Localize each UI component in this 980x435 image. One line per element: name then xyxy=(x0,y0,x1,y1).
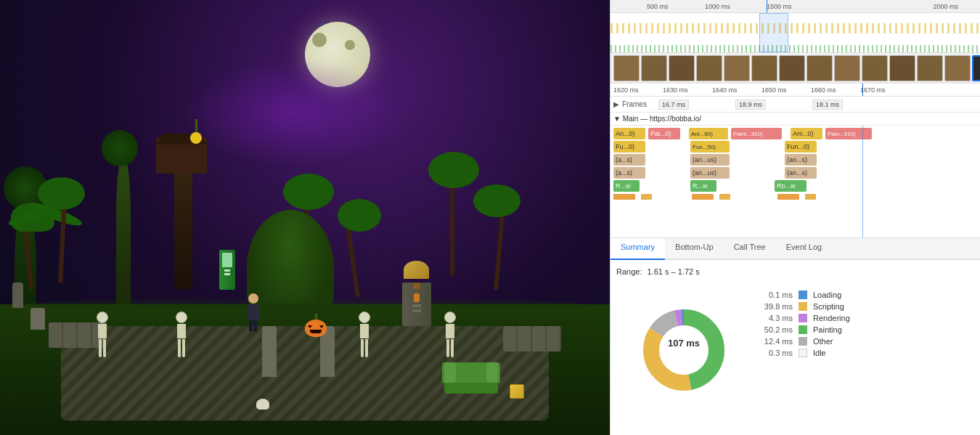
thumbnail[interactable] xyxy=(862,55,888,81)
flame-block[interactable]: Fun...50) xyxy=(690,141,730,153)
frame-1-ms: 16.7 ms xyxy=(662,101,685,108)
main-thread-text: ▼ Main — https://bobba.io/ xyxy=(613,115,701,123)
legend-row-loading: 0.1 ms Loading xyxy=(760,290,968,299)
flame-block[interactable]: (a...s) xyxy=(613,154,645,166)
donut-chart: 107 ms xyxy=(622,277,746,401)
flame-block[interactable]: (a...s) xyxy=(613,167,645,179)
thumbnails-row xyxy=(611,53,980,84)
overview-bar xyxy=(611,13,980,53)
time-label-1500: 1500 ms xyxy=(767,3,792,10)
legend-label-scripting: Scripting xyxy=(813,302,844,311)
flame-block[interactable]: (an...us) xyxy=(690,167,730,179)
thumbnail[interactable] xyxy=(834,55,860,81)
legend-ms-painting: 50.2 ms xyxy=(760,325,793,334)
frame-3-ms: 18.1 ms xyxy=(816,101,839,108)
thumbnail[interactable] xyxy=(779,55,805,81)
tab-event-log[interactable]: Event Log xyxy=(776,238,833,260)
thumbnail[interactable] xyxy=(751,55,777,81)
moon xyxy=(305,22,370,87)
legend-label-other: Other xyxy=(813,337,833,346)
svg-rect-2 xyxy=(611,13,980,33)
flame-chart: An...0) Pai...0) Ani...60) Paint...910) … xyxy=(611,126,980,238)
flame-block[interactable]: Ani...0) xyxy=(791,128,822,139)
legend-color-idle xyxy=(799,349,807,357)
flame-block[interactable]: (an...us) xyxy=(690,154,730,166)
flame-block[interactable]: R...w xyxy=(613,180,640,192)
flame-row-5: R...w R...w Ro...w xyxy=(611,179,980,192)
legend-label-idle: Idle xyxy=(813,349,826,357)
flame-row-3: (a...s) (an...us) (an...s) xyxy=(611,153,980,166)
flame-block[interactable]: Pain...910) xyxy=(825,128,872,139)
legend-ms-idle: 0.3 ms xyxy=(760,349,793,357)
flame-block[interactable]: Ani...60) xyxy=(689,128,728,139)
thumbnail[interactable] xyxy=(696,55,722,81)
range-value: 1.61 s – 1.72 s xyxy=(648,267,700,276)
thumbnail[interactable] xyxy=(724,55,750,81)
legend-row-rendering: 4.3 ms Rendering xyxy=(760,314,968,322)
legend: 0.1 ms Loading 39.8 ms Scripting 4.3 ms … xyxy=(760,269,968,426)
thumbnail[interactable] xyxy=(669,55,695,81)
legend-row-idle: 0.3 ms Idle xyxy=(760,349,968,357)
legend-ms-rendering: 4.3 ms xyxy=(760,314,793,322)
donut-center-label: 107 ms xyxy=(668,338,700,349)
flame-block[interactable]: Fun...0) xyxy=(785,141,817,153)
thumbnail[interactable] xyxy=(807,55,833,81)
legend-color-loading xyxy=(799,290,807,299)
tab-summary[interactable]: Summary xyxy=(611,238,665,260)
thumbnail[interactable] xyxy=(944,55,971,81)
thumbnail[interactable] xyxy=(889,55,915,81)
range-label-text: Range: xyxy=(616,267,642,276)
flame-block[interactable]: R...w xyxy=(690,180,716,192)
thumbnail[interactable] xyxy=(613,55,640,81)
donut-svg xyxy=(633,299,735,401)
tab-bottom-up[interactable]: Bottom-Up xyxy=(665,238,724,260)
time-label-2000: 2000 ms xyxy=(933,3,958,10)
flame-block[interactable]: Fu...0) xyxy=(613,141,645,153)
flame-block[interactable]: (an...s) xyxy=(785,154,817,166)
flame-row-6 xyxy=(611,192,980,201)
frames-row: ▶ Frames 16.7 ms 18.9 ms 18.1 ms xyxy=(611,97,980,113)
detail-label-1650: 1650 ms xyxy=(761,86,787,94)
detail-ruler: 1620 ms 1630 ms 1640 ms 1650 ms 1660 ms … xyxy=(611,84,980,97)
legend-label-loading: Loading xyxy=(813,290,841,299)
range-label: Range: 1.61 s – 1.72 s xyxy=(616,267,700,276)
game-panel xyxy=(0,0,610,435)
summary-content: Range: 1.61 s – 1.72 s xyxy=(611,260,980,435)
expand-icon[interactable]: ▶ xyxy=(613,100,619,108)
detail-label-1630: 1630 ms xyxy=(663,86,688,94)
thumbnail-active[interactable] xyxy=(972,55,980,81)
legend-color-other xyxy=(799,337,807,346)
time-label-500: 500 ms xyxy=(647,3,669,10)
legend-ms-other: 12.4 ms xyxy=(760,337,793,346)
frame-block-1: 16.7 ms xyxy=(658,99,689,110)
flame-row-2: Fu...0) Fun...50) Fun...0) xyxy=(611,140,980,153)
frame-block-3: 18.1 ms xyxy=(812,99,843,110)
time-label-1000: 1000 ms xyxy=(705,3,730,10)
frames-label-text: Frames xyxy=(622,100,647,108)
flame-row-4: (a...s) (an...us) (an...s) xyxy=(611,166,980,179)
flame-block[interactable]: Ro...w xyxy=(775,180,807,192)
legend-color-painting xyxy=(799,325,807,334)
flame-row-1: An...0) Pai...0) Ani...60) Paint...910) … xyxy=(611,127,980,140)
legend-label-painting: Painting xyxy=(813,325,842,334)
flame-block[interactable]: Pai...0) xyxy=(648,128,680,139)
bottom-tabs: Summary Bottom-Up Call Tree Event Log xyxy=(611,238,980,260)
thumbnail[interactable] xyxy=(917,55,943,81)
detail-label-1640: 1640 ms xyxy=(712,86,738,94)
thumbnail[interactable] xyxy=(641,55,667,81)
flame-block[interactable]: (an...s) xyxy=(785,167,817,179)
detail-label-1660: 1660 ms xyxy=(811,86,836,94)
tab-call-tree[interactable]: Call Tree xyxy=(724,238,776,260)
legend-label-rendering: Rendering xyxy=(813,314,850,322)
legend-row-other: 12.4 ms Other xyxy=(760,337,968,346)
legend-row-painting: 50.2 ms Painting xyxy=(760,325,968,334)
legend-ms-loading: 0.1 ms xyxy=(760,290,793,299)
detail-label-1620: 1620 ms xyxy=(613,86,639,94)
flame-block[interactable]: An...0) xyxy=(613,128,645,139)
devtools-panel: 500 ms 1000 ms 1500 ms 2000 ms xyxy=(610,0,980,435)
detail-label-1670: 1670 ms xyxy=(860,86,886,94)
legend-color-rendering xyxy=(799,314,807,322)
frame-2-ms: 18.9 ms xyxy=(739,101,762,108)
flame-block[interactable]: Paint...910) xyxy=(731,128,782,139)
time-ruler: 500 ms 1000 ms 1500 ms 2000 ms xyxy=(611,0,980,13)
